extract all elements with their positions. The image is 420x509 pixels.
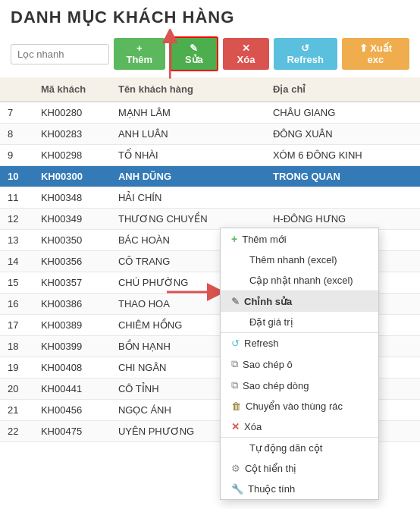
cell-ma: KH00350 <box>33 230 111 251</box>
page-title: DANH MỤC KHÁCH HÀNG <box>0 0 420 32</box>
cell-no: 14 <box>0 251 33 272</box>
table-row[interactable]: 10KH00300ANH DŨNGTRONG QUAN <box>0 166 420 187</box>
cell-ma: KH00441 <box>33 379 111 400</box>
cell-ma: KH00349 <box>33 209 111 230</box>
context-menu-item[interactable]: Thêm nhanh (excel) <box>221 250 378 270</box>
cell-ma: KH00456 <box>33 400 111 421</box>
context-menu-item[interactable]: 🗑Chuyển vào thùng rác <box>221 396 378 416</box>
context-menu-icon: ⧉ <box>231 379 238 391</box>
context-menu-item[interactable]: ⚙Cột hiển thị <box>221 458 378 479</box>
cell-ma: KH00280 <box>33 102 111 124</box>
cell-ten: THƯƠNG CHUYỀN <box>111 209 265 230</box>
cell-ma: KH00356 <box>33 251 111 272</box>
cell-ten: ANH DŨNG <box>111 166 265 187</box>
cell-no: 21 <box>0 400 33 421</box>
cell-ma: KH00389 <box>33 315 111 336</box>
context-menu-label: Cập nhật nhanh (excel) <box>249 275 353 286</box>
cell-no: 18 <box>0 336 33 357</box>
cell-ten: MẠNH LÂM <box>111 102 265 124</box>
context-menu-item[interactable]: Tự động dãn cột <box>221 438 378 458</box>
table-row[interactable]: 11KH00348HẢI CHÍN <box>0 187 420 209</box>
col-header-ten: Tên khách hàng <box>111 77 265 102</box>
cell-ma: KH00386 <box>33 294 111 315</box>
cell-dia: ĐÔNG XUÂN <box>265 124 420 145</box>
context-menu-label: Thuộc tính <box>248 483 295 495</box>
cell-no: 15 <box>0 272 33 294</box>
cell-no: 9 <box>0 145 33 166</box>
context-menu-icon: ✎ <box>231 296 240 307</box>
toolbar: + Thêm ✎ Sửa ✕ Xóa ↺ Refresh ⬆ Xuất exc <box>0 32 420 77</box>
cell-ma: KH00348 <box>33 187 111 209</box>
cell-no: 16 <box>0 294 33 315</box>
context-menu-label: Refresh <box>244 338 279 349</box>
cell-ma: KH00300 <box>33 166 111 187</box>
context-menu-label: Cột hiển thị <box>245 463 296 474</box>
context-menu-item[interactable]: ✎Chỉnh sửa <box>221 291 378 312</box>
cell-ma: KH00475 <box>33 421 111 442</box>
cell-dia: H-ĐÔNG HƯNG <box>265 209 420 230</box>
context-menu-icon: ✕ <box>231 421 240 432</box>
col-header-dia: Địa chỉ <box>265 77 420 102</box>
context-menu-label: Tự động dãn cột <box>249 442 322 454</box>
context-menu-label: Chuyển vào thùng rác <box>246 401 343 412</box>
cell-ten: ANH LUÂN <box>111 124 265 145</box>
col-header-ma: Mã khách <box>33 77 111 102</box>
cell-no: 20 <box>0 379 33 400</box>
context-menu-icon: ↺ <box>231 338 240 349</box>
btn-refresh[interactable]: ↺ Refresh <box>274 38 337 70</box>
btn-them[interactable]: + Thêm <box>114 38 165 70</box>
btn-xuat[interactable]: ⬆ Xuất exc <box>342 38 409 70</box>
page-wrapper: DANH MỤC KHÁCH HÀNG + Thêm ✎ Sửa ✕ Xóa ↺… <box>0 0 420 509</box>
context-menu-item[interactable]: +Thêm mới <box>221 228 378 250</box>
col-header-no <box>0 77 33 102</box>
table-row[interactable]: 7KH00280MẠNH LÂMCHÂU GIANG <box>0 102 420 124</box>
context-menu-label: Đặt giá trị <box>249 316 293 328</box>
table-row[interactable]: 9KH00298TỐ NHÀIXÓM 6 ĐÔNG KINH <box>0 145 420 166</box>
cell-ma: KH00298 <box>33 145 111 166</box>
cell-no: 7 <box>0 102 33 124</box>
cell-no: 13 <box>0 230 33 251</box>
table-row[interactable]: 12KH00349THƯƠNG CHUYỀNH-ĐÔNG HƯNG <box>0 209 420 230</box>
cell-no: 12 <box>0 209 33 230</box>
context-menu-icon: ⧉ <box>231 358 238 370</box>
cell-ten: HẢI CHÍN <box>111 187 265 209</box>
search-input[interactable] <box>11 44 109 64</box>
context-menu-label: Chỉnh sửa <box>244 296 292 307</box>
context-menu-item[interactable]: Cập nhật nhanh (excel) <box>221 270 378 291</box>
context-menu-item[interactable]: ⧉Sao chép dòng <box>221 375 378 396</box>
table-header-row: Mã khách Tên khách hàng Địa chỉ <box>0 77 420 102</box>
context-menu-icon: 🗑 <box>231 401 241 412</box>
context-menu-item[interactable]: Đặt giá trị <box>221 312 378 332</box>
cell-no: 10 <box>0 166 33 187</box>
context-menu-label: Sao chép ô <box>243 359 293 370</box>
cell-no: 11 <box>0 187 33 209</box>
context-menu-icon: 🔧 <box>231 483 243 495</box>
context-menu-label: Thêm mới <box>242 234 287 245</box>
cell-ten: TỐ NHÀI <box>111 145 265 166</box>
cell-ma: KH00283 <box>33 124 111 145</box>
context-menu-item[interactable]: ↺Refresh <box>221 333 378 353</box>
cell-dia: CHÂU GIANG <box>265 102 420 124</box>
btn-xoa[interactable]: ✕ Xóa <box>223 38 269 70</box>
context-menu-item[interactable]: ⧉Sao chép ô <box>221 353 378 375</box>
cell-dia: TRONG QUAN <box>265 166 420 187</box>
table-row[interactable]: 8KH00283ANH LUÂNĐÔNG XUÂN <box>0 124 420 145</box>
cell-no: 19 <box>0 357 33 379</box>
context-menu-icon: ⚙ <box>231 463 240 474</box>
context-menu-item[interactable]: ✕Xóa <box>221 416 378 437</box>
btn-sua[interactable]: ✎ Sửa <box>170 36 219 71</box>
cell-no: 17 <box>0 315 33 336</box>
context-menu: +Thêm mớiThêm nhanh (excel)Cập nhật nhan… <box>220 228 379 500</box>
cell-ma: KH00357 <box>33 272 111 294</box>
cell-ma: KH00408 <box>33 357 111 379</box>
cell-no: 22 <box>0 421 33 442</box>
cell-dia: XÓM 6 ĐÔNG KINH <box>265 145 420 166</box>
context-menu-item[interactable]: 🔧Thuộc tính <box>221 479 378 499</box>
cell-no: 8 <box>0 124 33 145</box>
context-menu-label: Thêm nhanh (excel) <box>249 254 337 265</box>
context-menu-label: Sao chép dòng <box>243 380 309 391</box>
context-menu-icon: + <box>231 233 237 245</box>
cell-ma: KH00399 <box>33 336 111 357</box>
cell-dia <box>265 187 420 209</box>
context-menu-label: Xóa <box>244 421 262 432</box>
